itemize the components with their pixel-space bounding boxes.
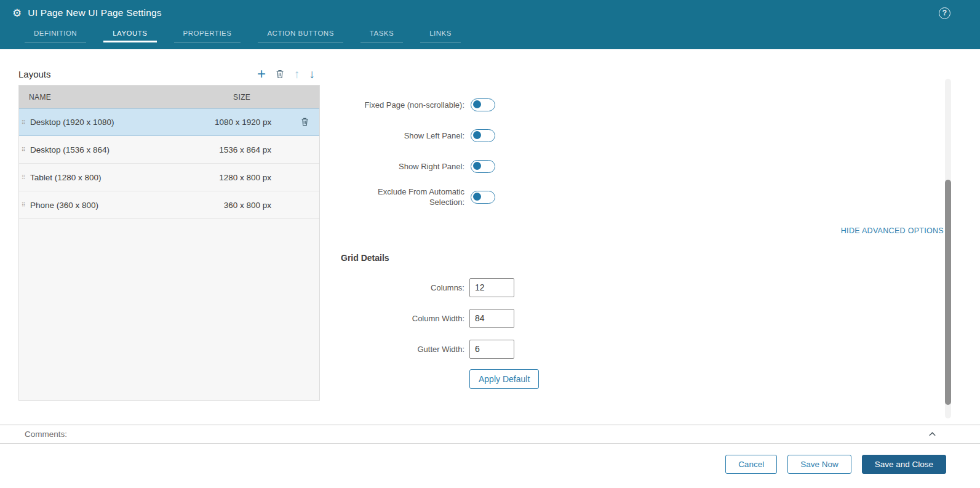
comments-bar: Comments: [0,425,980,444]
footer-actions: Cancel Save Now Save and Close [725,455,946,474]
show-right-panel-label: Show Right Panel: [341,161,464,172]
apply-default-button[interactable]: Apply Default [469,369,539,389]
table-row-phone-360[interactable]: ⠿ Phone (360 x 800) 360 x 800 px [19,191,319,219]
titlebar: ⚙ UI Page New UI Page Settings ? [0,0,980,26]
ui-page-settings-window: ⚙ UI Page New UI Page Settings ? DEFINIT… [0,0,980,488]
table-row-desktop-1920[interactable]: ⠿ Desktop (1920 x 1080) 1080 x 1920 px [19,108,319,136]
save-and-close-button[interactable]: Save and Close [862,455,946,474]
layouts-panel: Layouts + ↑ ↓ NAME SIZE ⠿ Desktop (1920 … [18,63,320,401]
column-width-row: Column Width: [341,303,514,334]
gear-icon: ⚙ [12,8,22,18]
exclude-automatic-row: Exclude From Automatic Selection: [341,182,514,212]
header: ⚙ UI Page New UI Page Settings ? DEFINIT… [0,0,980,49]
tab-definition[interactable]: DEFINITION [25,26,86,42]
layouts-title: Layouts [18,69,51,79]
layout-options-form: Fixed Page (non-scrollable): Show Left P… [341,89,514,212]
layouts-table: NAME SIZE ⠿ Desktop (1920 x 1080) 1080 x… [18,85,320,401]
columns-row: Columns: [341,272,514,303]
drag-handle-icon[interactable]: ⠿ [19,119,29,126]
grid-details-form: Columns: Column Width: Gutter Width: [341,272,514,364]
collapse-comments-button[interactable] [928,430,937,439]
show-left-panel-toggle[interactable] [471,129,495,142]
layout-name: Desktop (1536 x 864) [29,145,215,154]
delete-layout-button[interactable] [275,69,285,79]
gutter-width-input[interactable] [469,340,514,359]
trash-icon [275,69,285,79]
hide-advanced-options-link[interactable]: HIDE ADVANCED OPTIONS [841,226,944,235]
exclude-automatic-toggle[interactable] [471,191,495,204]
save-now-button[interactable]: Save Now [787,455,851,474]
drag-handle-icon[interactable]: ⠿ [19,174,29,180]
page-title: UI Page New UI Page Settings [28,7,162,18]
trash-icon [300,117,309,126]
drag-handle-icon[interactable]: ⠿ [19,146,29,153]
gutter-width-label: Gutter Width: [341,345,464,354]
scrollbar-thumb[interactable] [945,180,951,405]
tab-properties[interactable]: PROPERTIES [174,26,241,42]
cancel-button[interactable]: Cancel [725,455,777,474]
table-row-desktop-1536[interactable]: ⠿ Desktop (1536 x 864) 1536 x 864 px [19,136,319,164]
tab-links[interactable]: LINKS [420,26,461,42]
delete-row-button[interactable] [300,117,309,128]
help-icon[interactable]: ? [939,7,950,19]
layout-size: 1280 x 800 px [215,173,319,182]
exclude-automatic-label: Exclude From Automatic Selection: [341,186,464,207]
column-header-size: SIZE [215,93,319,102]
show-left-panel-row: Show Left Panel: [341,120,514,151]
chevron-up-icon [928,430,937,439]
move-down-button[interactable]: ↓ [309,68,316,80]
column-header-name: NAME [19,93,215,102]
show-left-panel-label: Show Left Panel: [341,130,464,141]
comments-label: Comments: [25,430,67,439]
tab-bar: DEFINITION LAYOUTS PROPERTIES ACTION BUT… [0,26,980,42]
layouts-toolbar: + ↑ ↓ [257,66,320,81]
show-right-panel-toggle[interactable] [471,160,495,173]
columns-label: Columns: [341,283,464,292]
tab-layouts[interactable]: LAYOUTS [103,26,156,42]
fixed-page-label: Fixed Page (non-scrollable): [341,100,464,110]
table-header-row: NAME SIZE [19,86,319,109]
fixed-page-row: Fixed Page (non-scrollable): [341,89,514,120]
layout-size: 1536 x 864 px [215,145,319,154]
grid-details-title: Grid Details [341,253,389,263]
column-width-input[interactable] [469,309,514,328]
column-width-label: Column Width: [341,314,464,323]
show-right-panel-row: Show Right Panel: [341,151,514,182]
columns-input[interactable] [469,278,514,297]
layout-name: Phone (360 x 800) [29,201,215,210]
layout-name: Desktop (1920 x 1080) [29,118,215,127]
layout-size: 360 x 800 px [215,201,319,210]
fixed-page-toggle[interactable] [471,98,495,111]
tab-tasks[interactable]: TASKS [361,26,403,42]
drag-handle-icon[interactable]: ⠿ [19,202,29,208]
layouts-panel-header: Layouts + ↑ ↓ [18,63,320,84]
gutter-width-row: Gutter Width: [341,334,514,364]
vertical-scrollbar[interactable] [945,79,951,418]
move-up-button[interactable]: ↑ [294,68,300,80]
layout-name: Tablet (1280 x 800) [29,173,215,182]
table-row-tablet-1280[interactable]: ⠿ Tablet (1280 x 800) 1280 x 800 px [19,164,319,191]
tab-action-buttons[interactable]: ACTION BUTTONS [258,26,343,42]
add-layout-button[interactable]: + [257,66,266,81]
